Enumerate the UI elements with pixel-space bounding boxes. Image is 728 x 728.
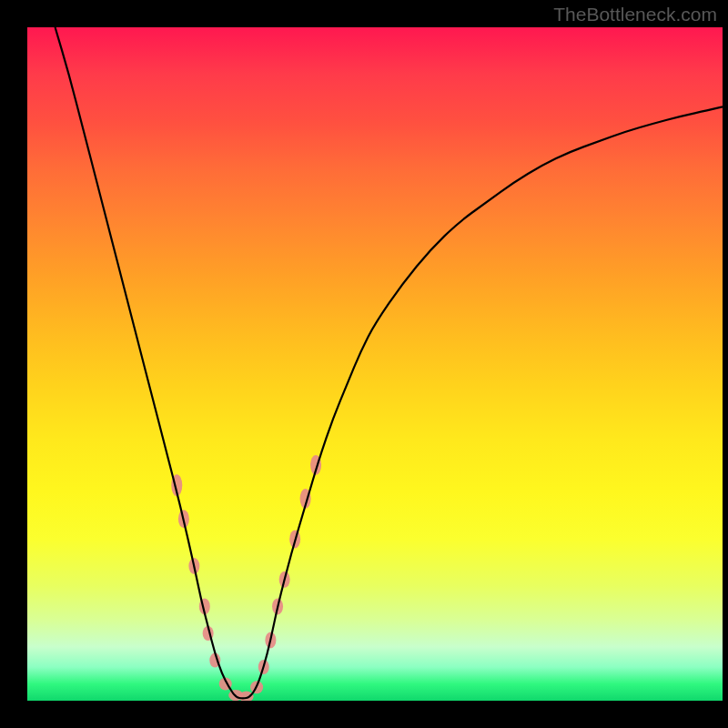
bottleneck-curve — [56, 27, 723, 698]
watermark-text: TheBottleneck.com — [553, 4, 717, 25]
data-markers — [171, 455, 321, 701]
chart-overlay — [27, 27, 723, 701]
